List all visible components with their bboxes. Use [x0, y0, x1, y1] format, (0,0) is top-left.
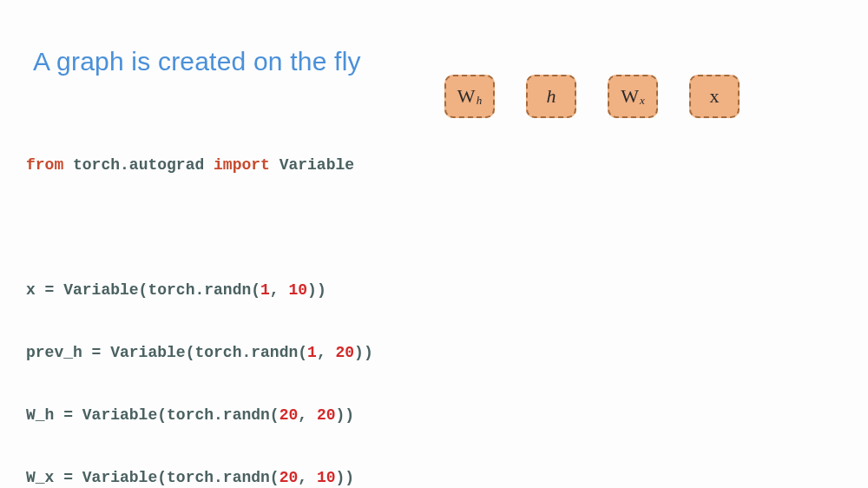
code-block: from torch.autograd import Variable x = …: [26, 113, 373, 488]
node-label: h: [547, 85, 556, 108]
code-line-prev-h: prev_h = Variable(torch.randn(1, 20)): [26, 342, 373, 363]
code-line-w-x: W_x = Variable(torch.randn(20, 10)): [26, 467, 373, 488]
node-subscript: h: [477, 94, 483, 108]
node-x: x: [689, 75, 740, 118]
slide: A graph is created on the fly from torch…: [0, 0, 868, 488]
code-line-w-h: W_h = Variable(torch.randn(20, 20)): [26, 405, 373, 425]
node-label: W: [621, 85, 639, 108]
code-module: torch.autograd: [63, 156, 214, 174]
node-w-h: Wh: [444, 75, 495, 118]
kw-import: import: [214, 156, 270, 174]
node-h: h: [526, 75, 576, 118]
code-line-import: from torch.autograd import Variable: [26, 155, 373, 175]
node-subscript: x: [640, 94, 645, 108]
page-title: A graph is created on the fly: [33, 47, 361, 76]
node-label: x: [710, 85, 720, 108]
code-class: Variable: [270, 156, 354, 174]
code-line-x: x = Variable(torch.randn(1, 10)): [26, 280, 373, 300]
code-blank-line: [26, 217, 373, 238]
node-w-x: Wx: [608, 75, 658, 118]
graph-nodes: Wh h Wx x: [444, 75, 740, 118]
kw-from: from: [26, 156, 63, 174]
node-label: W: [457, 85, 476, 108]
